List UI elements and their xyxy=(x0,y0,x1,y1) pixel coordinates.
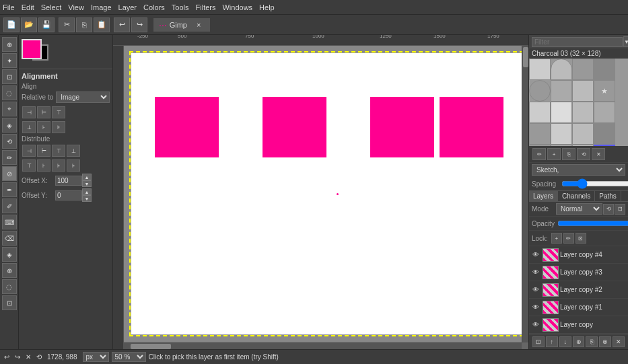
layers-list[interactable]: 👁 Layer copy #4 👁 Layer copy #3 👁 Layer … xyxy=(529,246,628,334)
tool-free-select[interactable]: ⟲ xyxy=(2,134,17,149)
tool-paths[interactable]: ⊘ xyxy=(2,166,17,181)
canvas-area[interactable] xyxy=(124,46,522,349)
filter-options-btn[interactable]: ▼ xyxy=(623,36,628,47)
canvas[interactable] xyxy=(131,52,522,335)
delete-layer-btn[interactable]: ✕ xyxy=(613,336,625,347)
open-button[interactable]: 📂 xyxy=(21,17,37,32)
lower-layer-btn[interactable]: ⊕ xyxy=(573,336,585,347)
dist-top-btn[interactable]: ⊤ xyxy=(22,159,36,172)
lock-pixels-btn[interactable]: + xyxy=(551,233,562,244)
new-layer-group-btn[interactable]: ⊡ xyxy=(532,336,545,347)
statusbar-undo-btn[interactable]: ↩ xyxy=(4,353,9,361)
brush-item-17[interactable] xyxy=(529,145,551,146)
mode-btn-2[interactable]: ⊡ xyxy=(615,204,625,215)
redo-button[interactable]: ↪ xyxy=(131,17,147,32)
brush-item-4[interactable] xyxy=(594,59,615,80)
scrollbar-thumb-horizontal[interactable] xyxy=(131,344,171,349)
layer-row-copy2[interactable]: 👁 Layer copy #2 xyxy=(529,281,628,299)
mode-btn-1[interactable]: ⟲ xyxy=(603,204,614,215)
tool-heal[interactable]: ✐ xyxy=(2,198,17,213)
brush-edit-btn[interactable]: ✏ xyxy=(532,148,546,160)
layer-eye-copy2[interactable]: 👁 xyxy=(530,285,541,295)
layer-row-copy1[interactable]: 👁 Layer copy #1 xyxy=(529,299,628,316)
foreground-color-swatch[interactable] xyxy=(22,39,42,59)
brush-item-20[interactable] xyxy=(594,145,615,146)
filter-input[interactable] xyxy=(532,37,623,47)
brush-item-3[interactable] xyxy=(572,59,594,80)
brush-delete-btn[interactable]: ✕ xyxy=(592,148,605,160)
dist-left-btn[interactable]: ⊣ xyxy=(22,145,36,157)
tool-clone[interactable]: ⌫ xyxy=(2,231,17,246)
brush-item-9[interactable] xyxy=(529,102,551,123)
align-top-btn[interactable]: ⊥ xyxy=(22,121,36,133)
tool-select[interactable]: ⊕ xyxy=(2,37,17,52)
menu-select[interactable]: Select xyxy=(41,3,62,11)
tab-paths[interactable]: Paths xyxy=(595,191,621,201)
tool-fuzzy-select[interactable]: ✏ xyxy=(2,150,17,165)
brush-item-1[interactable] xyxy=(529,59,551,80)
brush-item-19[interactable] xyxy=(572,145,594,146)
dist-center-v-btn[interactable]: ⊦ xyxy=(37,159,50,172)
spacing-slider[interactable] xyxy=(561,178,628,189)
brush-item-12[interactable] xyxy=(594,102,615,123)
align-left-btn[interactable]: ⊣ xyxy=(22,106,36,118)
sketch-select[interactable]: Sketch, xyxy=(532,164,625,176)
brush-item-6[interactable] xyxy=(551,80,572,102)
statusbar-reset-btn[interactable]: ⟲ xyxy=(36,353,42,361)
menu-layer[interactable]: Layer xyxy=(118,3,137,11)
menu-view[interactable]: View xyxy=(68,3,84,11)
doc-tab-close[interactable]: × xyxy=(197,21,201,29)
lock-alpha-btn[interactable]: ✏ xyxy=(563,233,574,244)
menu-colors[interactable]: Colors xyxy=(143,3,165,11)
layer-eye-copy3[interactable]: 👁 xyxy=(530,267,541,278)
dup-layer-btn[interactable]: ⎘ xyxy=(586,336,598,347)
scrollbar-thumb-vertical[interactable] xyxy=(523,47,528,67)
brush-item-8[interactable]: ★ xyxy=(594,80,615,102)
menu-image[interactable]: Image xyxy=(91,3,112,11)
dist-right-btn[interactable]: ⊤ xyxy=(52,145,65,157)
copy-button[interactable]: ⎘ xyxy=(76,17,92,32)
lock-position-btn[interactable]: ⊡ xyxy=(575,233,586,244)
layer-eye-copy1[interactable]: 👁 xyxy=(530,302,541,313)
brush-item-5[interactable] xyxy=(529,80,551,102)
undo-button[interactable]: ↩ xyxy=(114,17,130,32)
pink-rect-4[interactable] xyxy=(440,97,503,157)
brush-dup-btn[interactable]: ⎘ xyxy=(562,148,575,160)
brush-item-10[interactable] xyxy=(551,102,572,123)
statusbar-delete-btn[interactable]: ✕ xyxy=(26,353,31,361)
layer-eye-copy[interactable]: 👁 xyxy=(530,320,541,330)
brush-item-15[interactable] xyxy=(572,123,594,145)
align-bottom-btn[interactable]: ⊧ xyxy=(52,121,65,133)
new-button[interactable]: 📄 xyxy=(3,17,20,32)
tool-rect-select[interactable]: ⌖ xyxy=(2,102,17,116)
layer-row-copy4[interactable]: 👁 Layer copy #4 xyxy=(529,246,628,264)
tool-ellipse-select[interactable]: ◈ xyxy=(2,118,17,133)
cut-button[interactable]: ✂ xyxy=(59,17,75,32)
dist-center-h-btn[interactable]: ⊢ xyxy=(37,145,50,157)
brush-item-14[interactable] xyxy=(551,123,572,145)
tool-bucket[interactable]: ◈ xyxy=(2,247,17,262)
menu-windows[interactable]: Windows xyxy=(222,3,252,11)
tool-zoom[interactable]: ⊡ xyxy=(2,69,17,84)
doc-tab[interactable]: ··· Gimp × xyxy=(153,18,210,32)
align-right-btn[interactable]: ⊤ xyxy=(52,106,65,118)
offset-y-down[interactable]: ▼ xyxy=(82,195,92,202)
statusbar-redo-btn[interactable]: ↪ xyxy=(15,353,20,361)
menu-help[interactable]: Help xyxy=(259,3,275,11)
tool-paint[interactable]: ✒ xyxy=(2,182,17,197)
tool-smudge[interactable]: ⊡ xyxy=(2,295,17,310)
layer-row-copy3[interactable]: 👁 Layer copy #3 xyxy=(529,264,628,281)
brush-add-btn[interactable]: + xyxy=(547,148,561,160)
align-center-v-btn[interactable]: ⊦ xyxy=(37,121,50,133)
brush-refresh-btn[interactable]: ⟲ xyxy=(577,148,590,160)
canvas-scroll[interactable] xyxy=(113,46,528,349)
scrollbar-vertical[interactable] xyxy=(522,46,528,342)
tool-move[interactable]: ✦ xyxy=(2,53,17,68)
mode-select[interactable]: Normal Multiply Screen Overlay xyxy=(556,203,602,215)
pink-rect-2[interactable] xyxy=(263,97,326,157)
brush-item-7[interactable] xyxy=(572,80,594,102)
scrollbar-horizontal[interactable] xyxy=(124,342,522,349)
paste-button[interactable]: 📋 xyxy=(94,17,110,32)
statusbar-unit-select[interactable]: px mm xyxy=(83,352,109,362)
menu-filters[interactable]: Filters xyxy=(196,3,216,11)
